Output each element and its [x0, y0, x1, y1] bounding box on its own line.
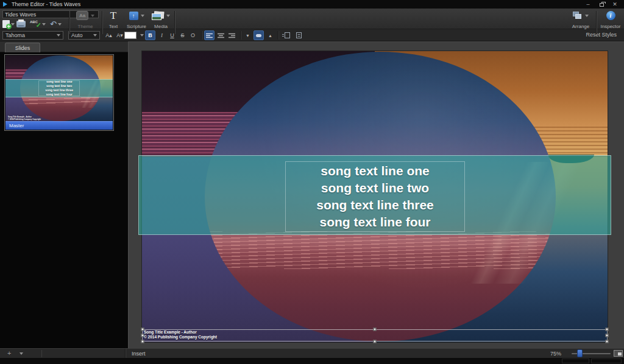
chevron-down-icon[interactable]	[42, 23, 46, 26]
format-separator	[201, 31, 202, 40]
main-toolbar: ABC ✓ ↶ Aa Theme T Text	[0, 9, 624, 29]
bottom-strip-box	[591, 359, 622, 363]
align-right-button[interactable]	[227, 30, 237, 40]
arrange-button[interactable]: Arrange	[569, 10, 593, 29]
restore-button[interactable]	[595, 0, 608, 9]
song-text-box[interactable]: song text line one song text line two so…	[285, 161, 465, 232]
new-document-button[interactable]	[2, 19, 15, 29]
valign-middle-icon	[256, 34, 261, 37]
status-bar: + Insert 75%	[0, 348, 624, 358]
zoom-percent-label: 75%	[550, 351, 561, 357]
reset-styles-button[interactable]: Reset Styles	[586, 32, 617, 38]
chevron-down-icon	[57, 34, 60, 37]
add-slide-button[interactable]: +	[7, 349, 11, 357]
tab-slides[interactable]: Slides	[5, 43, 40, 52]
song-line: song text line four	[319, 214, 430, 231]
font-size-decrease-button[interactable]: A▾	[115, 30, 125, 40]
italic-button[interactable]: I	[157, 30, 167, 40]
toolbar-separator	[174, 11, 175, 34]
font-size-increase-button[interactable]: A▴	[104, 30, 114, 40]
song-line: song text line one	[321, 163, 430, 180]
format-separator	[278, 31, 278, 40]
chevron-down-icon	[93, 34, 97, 37]
chevron-down-icon[interactable]	[166, 15, 170, 17]
display-preview-icon[interactable]	[614, 350, 623, 357]
undo-icon: ↶	[50, 20, 57, 28]
inspector-button[interactable]: i Inspector	[598, 10, 623, 29]
selection-handle-bottom-right[interactable]	[606, 340, 609, 343]
spellcheck-icon: ABC ✓	[30, 20, 41, 28]
selection-handle-mid-right[interactable]	[606, 334, 609, 337]
arrange-icon	[573, 12, 583, 19]
app-logo-icon	[3, 2, 7, 7]
print-button[interactable]	[16, 19, 26, 29]
font-family-select[interactable]: Tahoma	[2, 31, 63, 40]
file-tools: ABC ✓ ↶	[2, 19, 63, 29]
credit-title-author: Song Title Example - Author	[144, 330, 217, 335]
song-line: song text line three	[316, 197, 434, 214]
zoom-slider-handle[interactable]	[577, 349, 583, 357]
printer-icon	[16, 21, 26, 27]
credit-copyright: © 2014 Publishing Company Copyright	[144, 335, 217, 340]
theme-editor-window: Theme Editor - Tides Waves – ✕	[0, 0, 624, 364]
restore-icon	[600, 3, 604, 7]
font-color-swatch[interactable]	[124, 32, 136, 39]
indent-decrease-icon	[282, 32, 290, 38]
master-slide-label: Master	[9, 123, 24, 128]
credits-text-box[interactable]: Song Title Example - Author © 2014 Publi…	[144, 330, 217, 339]
chevron-down-icon[interactable]	[141, 15, 144, 17]
valign-top-button[interactable]: ▼	[243, 30, 253, 40]
thumb-credits: Song Title Example - Author © 2014 Publi…	[8, 116, 41, 120]
align-center-button[interactable]	[216, 30, 226, 40]
thumb-song-textbox: song text line one song text line two so…	[38, 80, 80, 96]
chevron-down-icon[interactable]	[11, 23, 15, 26]
selection-handle-top-mid[interactable]	[374, 328, 377, 331]
chevron-down-icon[interactable]	[140, 34, 144, 37]
media-icon	[152, 12, 164, 20]
minimize-button[interactable]: –	[581, 0, 595, 9]
inspector-icon: i	[606, 11, 615, 20]
valign-bottom-button[interactable]: ▲	[265, 30, 275, 40]
thumbnail-preview: song text line one song text line two so…	[5, 55, 113, 121]
toolbar-separator	[102, 11, 102, 34]
master-slide-label-bar[interactable]: Master	[5, 121, 113, 130]
text-tool-button[interactable]: T Text	[104, 10, 123, 29]
selection-handle-bottom-mid[interactable]	[374, 340, 377, 343]
underline-button[interactable]: U	[167, 30, 177, 40]
master-slide-thumbnail[interactable]: song text line one song text line two so…	[4, 54, 114, 131]
chevron-down-icon[interactable]	[20, 352, 23, 355]
valign-middle-button[interactable]	[254, 30, 264, 40]
theme-button: Aa Theme	[71, 10, 100, 29]
bottom-strip	[0, 358, 624, 364]
new-document-icon	[2, 20, 10, 28]
theme-icon: Aa	[76, 11, 88, 20]
strikethrough-button[interactable]: S	[177, 30, 188, 40]
outline-button[interactable]: O	[188, 30, 198, 40]
scripture-button[interactable]: ↑ Scripture	[124, 10, 149, 29]
spellcheck-button[interactable]: ABC ✓	[30, 19, 46, 29]
align-right-icon	[229, 33, 235, 38]
align-center-icon	[218, 33, 224, 38]
indent-decrease-button[interactable]	[281, 30, 291, 40]
song-line: song text line two	[321, 180, 429, 197]
title-bar: Theme Editor - Tides Waves – ✕	[0, 0, 624, 9]
bold-button[interactable]: B	[145, 30, 155, 40]
close-button[interactable]: ✕	[608, 0, 622, 9]
selection-handle-top-right[interactable]	[606, 328, 609, 331]
statusbar-divider	[125, 349, 126, 359]
toolbar-separator	[596, 11, 597, 34]
slide-canvas[interactable]: song text line one song text line two so…	[142, 51, 608, 342]
sidebar-tabstrip: Slides	[0, 41, 128, 52]
window-title: Theme Editor - Tides Waves	[12, 1, 80, 7]
chevron-down-icon[interactable]	[58, 23, 62, 26]
format-separator	[240, 31, 241, 40]
media-button[interactable]: Media	[150, 10, 172, 29]
undo-button[interactable]: ↶	[50, 19, 62, 29]
chevron-down-icon[interactable]	[585, 15, 589, 17]
text-tool-icon: T	[110, 10, 116, 21]
selection-handle-bottom-left[interactable]	[141, 340, 144, 343]
align-left-button[interactable]	[204, 30, 214, 40]
window-controls: – ✕	[581, 0, 622, 9]
indent-increase-button[interactable]	[292, 30, 303, 40]
font-size-select[interactable]: Auto	[68, 31, 100, 40]
